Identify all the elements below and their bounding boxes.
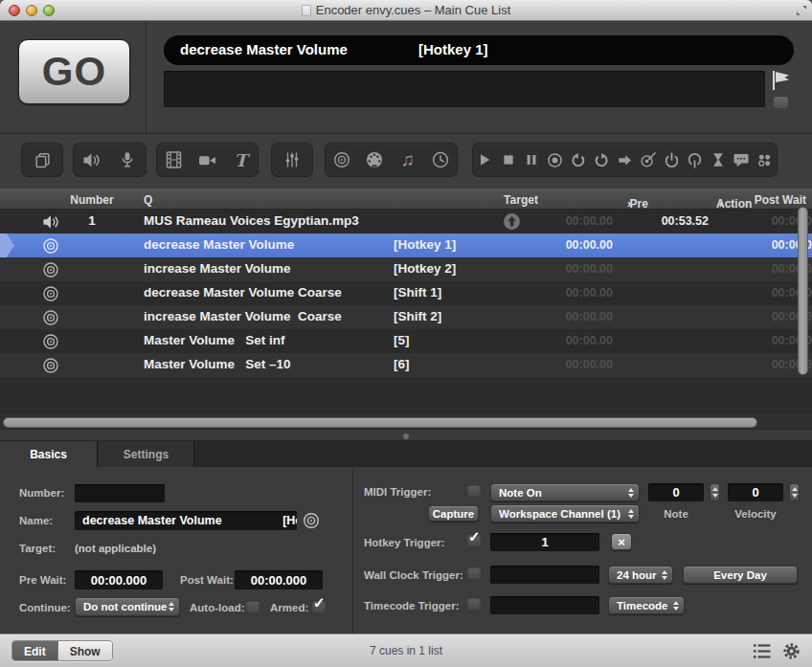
hotkey-input[interactable]: 1 <box>490 533 599 551</box>
updown-arrows-icon <box>628 509 635 519</box>
camera-cue-icon[interactable] <box>196 148 219 171</box>
flag-checkbox[interactable] <box>774 96 788 108</box>
cue-row-selected[interactable]: decrease Master Volume [Hotkey 1] 00:00.… <box>0 233 812 257</box>
midi-file-cue-icon[interactable]: ♫ <box>396 148 419 171</box>
tab-settings[interactable]: Settings <box>99 441 194 467</box>
cue-row[interactable]: Master Volume Set inf [5] 00:00.00 00:00… <box>0 329 812 353</box>
midi-velocity-input[interactable]: 0 <box>728 483 783 501</box>
set-target-icon[interactable] <box>303 512 320 529</box>
tab-basics[interactable]: Basics <box>0 441 98 467</box>
standby-cue-name: decrease Master Volume <box>180 41 348 57</box>
clock-format-dropdown[interactable]: 24 hour <box>608 566 673 584</box>
timecode-input[interactable] <box>490 596 599 614</box>
column-header-target[interactable]: Target <box>488 193 553 207</box>
name-input[interactable]: decrease Master Volume [Ho <box>75 511 297 530</box>
arm-cue-icon[interactable] <box>660 148 683 171</box>
midi-note-input[interactable]: 0 <box>648 483 704 501</box>
cue-name: increase Master Volume Coarse <box>144 309 342 323</box>
script-cue-icon[interactable] <box>754 148 777 171</box>
velocity-stepper[interactable] <box>789 483 800 501</box>
go-section: GO decrease Master Volume [Hotkey 1] <box>0 21 812 134</box>
post-wait-input[interactable]: 00:00.000 <box>235 570 323 589</box>
cue-row[interactable]: decrease Master Volume Coarse [Shift 1] … <box>0 281 812 305</box>
goto-cue-icon[interactable] <box>613 148 636 171</box>
auto-load-checkbox[interactable] <box>246 600 259 612</box>
toolbar-group-5: ♫ <box>325 143 458 177</box>
text-cue-icon[interactable]: T <box>230 148 253 171</box>
checkmark-icon: ✓ <box>468 528 481 545</box>
updown-arrows-icon <box>662 570 668 580</box>
wall-clock-input[interactable] <box>490 566 599 584</box>
midi-trigger-checkbox[interactable] <box>467 484 481 497</box>
notes-field[interactable] <box>164 71 765 107</box>
go-button[interactable]: GO <box>18 39 130 104</box>
target-value: (not applicable) <box>75 543 156 554</box>
memo-cue-icon[interactable] <box>730 148 753 171</box>
fade-cue-icon[interactable] <box>281 148 304 171</box>
midi-cue-icon[interactable] <box>363 148 386 171</box>
devamp-cue-icon[interactable] <box>590 148 613 171</box>
number-input[interactable] <box>75 484 165 502</box>
cue-row[interactable]: increase Master Volume Coarse [Shift 2] … <box>0 305 812 329</box>
name-label: Name: <box>19 515 53 526</box>
video-cue-icon[interactable] <box>163 148 186 171</box>
cue-pre-wait: 00:00.00 <box>532 238 613 252</box>
reset-cue-icon[interactable] <box>567 148 590 171</box>
osc-cue-icon[interactable] <box>330 148 353 171</box>
continue-dropdown[interactable]: Do not continue <box>75 597 180 616</box>
hotkey-clear-button[interactable]: × <box>611 533 632 550</box>
cue-list: 1 MUS Rameau Voices Egyptian.mp3 00:00.0… <box>0 210 812 411</box>
cue-row[interactable]: Master Volume Set –10 [6] 00:00.00 00:00… <box>0 353 812 377</box>
disarm-cue-icon[interactable] <box>684 148 707 171</box>
osc-cue-icon <box>42 333 59 350</box>
fullscreen-icon[interactable] <box>795 4 808 17</box>
wait-cue-icon[interactable] <box>707 148 730 171</box>
vertical-scrollbar[interactable] <box>798 207 808 375</box>
timecode-checkbox[interactable] <box>467 597 481 610</box>
title-bar[interactable]: Encoder envy.cues – Main Cue List <box>0 0 812 21</box>
audio-cue-icon[interactable] <box>80 148 103 171</box>
midi-type-dropdown[interactable]: Note On <box>490 483 640 501</box>
column-header-post-wait[interactable]: Post Wait <box>730 193 806 207</box>
timecode-type-dropdown[interactable]: Timecode <box>608 596 685 614</box>
armed-checkbox[interactable]: ✓ <box>312 600 326 612</box>
cue-pre-wait: 00:00.00 <box>532 358 613 371</box>
midi-channel-dropdown[interactable]: Workspace Channel (1) <box>490 504 640 522</box>
panel-splitter[interactable] <box>0 429 812 441</box>
updown-arrows-icon <box>673 601 680 611</box>
load-cue-icon[interactable] <box>543 148 566 171</box>
timecode-trigger-label: Timecode Trigger: <box>364 600 459 611</box>
divider <box>352 467 353 634</box>
qlab-window: Encoder envy.cues – Main Cue List GO dec… <box>0 0 812 667</box>
target-cue-icon[interactable] <box>637 148 660 171</box>
updown-arrows-icon <box>169 602 175 611</box>
flag-icon <box>770 69 793 92</box>
pre-wait-input[interactable]: 00:00.000 <box>75 570 163 589</box>
group-cue-icon[interactable] <box>31 148 54 171</box>
horizontal-scrollbar[interactable] <box>3 417 757 428</box>
column-header-q[interactable]: Q <box>144 193 152 207</box>
start-cue-icon[interactable] <box>473 148 496 171</box>
velocity-label: Velocity <box>728 508 783 520</box>
cue-pre-wait: 00:00.00 <box>532 214 613 228</box>
note-stepper[interactable] <box>710 483 720 501</box>
column-header-number[interactable]: Number <box>67 193 117 207</box>
hotkey-trigger-checkbox[interactable]: ✓ <box>467 534 481 546</box>
pause-cue-icon[interactable] <box>520 148 543 171</box>
gear-icon[interactable] <box>782 642 801 660</box>
mic-cue-icon[interactable] <box>116 148 139 171</box>
target-up-arrow-icon <box>503 212 521 231</box>
divider <box>146 21 147 134</box>
number-label: Number: <box>19 487 64 499</box>
cue-row[interactable]: 1 MUS Rameau Voices Egyptian.mp3 00:00.0… <box>0 210 812 233</box>
stop-cue-icon[interactable] <box>497 148 520 171</box>
window-title: Encoder envy.cues – Main Cue List <box>0 3 812 17</box>
checkmark-icon: ✓ <box>313 594 326 611</box>
cue-row[interactable]: increase Master Volume [Hotkey 2] 00:00.… <box>0 257 812 281</box>
capture-button[interactable]: Capture <box>428 505 479 522</box>
every-day-button[interactable]: Every Day <box>683 566 798 584</box>
list-view-icon[interactable] <box>753 643 771 659</box>
timecode-cue-icon[interactable] <box>429 148 452 171</box>
wall-clock-checkbox[interactable] <box>467 567 481 579</box>
toolbar-group-2 <box>73 143 147 177</box>
